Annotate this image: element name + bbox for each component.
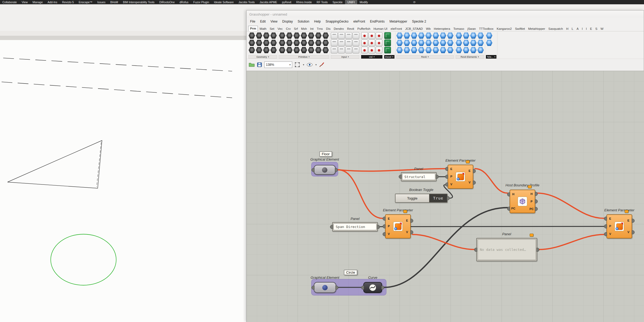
input-port[interactable]: P: [607, 225, 613, 228]
component-icon[interactable]: [368, 47, 375, 53]
component-tab[interactable]: I: [580, 26, 584, 31]
component-tab[interactable]: Heteroptera: [432, 26, 452, 31]
warning-badge-icon[interactable]: [403, 210, 407, 213]
component-icon[interactable]: [315, 47, 322, 53]
menu-item[interactable]: Edit: [258, 19, 268, 24]
save-file-icon[interactable]: [257, 62, 262, 67]
wire-floor-to-ep2[interactable]: [338, 170, 383, 218]
component-icon[interactable]: [353, 32, 359, 39]
warning-badge-icon[interactable]: [530, 234, 533, 237]
ribbon-tab[interactable]: Add-Ins: [45, 0, 60, 4]
output-port[interactable]: E: [625, 219, 632, 222]
ribbon-tab[interactable]: RF Tools: [314, 0, 330, 4]
component-icon[interactable]: [361, 39, 368, 46]
component-icon[interactable]: [433, 32, 439, 39]
component-tab[interactable]: TTToolbox: [477, 26, 495, 31]
component-icon[interactable]: [338, 39, 345, 46]
component-icon[interactable]: [477, 32, 484, 39]
toolbar-group-label[interactable]: Revit ▾: [396, 55, 454, 59]
ribbon-tab[interactable]: dRofus: [177, 0, 191, 4]
component-icon[interactable]: [411, 39, 418, 46]
component-icon[interactable]: [425, 32, 432, 39]
ribbon-tab[interactable]: Fuzor Plugin: [191, 0, 211, 4]
ribbon-tab[interactable]: Enscape™: [76, 0, 95, 4]
component-icon[interactable]: [345, 32, 352, 39]
component-icon[interactable]: [447, 39, 454, 46]
green-circle-curve[interactable]: [51, 234, 116, 285]
component-icon[interactable]: [396, 32, 403, 39]
wire-hbp-to-ep3[interactable]: [537, 193, 604, 218]
component-icon[interactable]: [248, 39, 255, 46]
menu-item[interactable]: EndPoints: [368, 19, 387, 24]
component-icon[interactable]: [270, 47, 277, 53]
component-icon[interactable]: [286, 32, 293, 39]
component-icon[interactable]: [470, 47, 477, 53]
toolbar-group-label[interactable]: Tele... ▾: [486, 55, 497, 59]
menu-item[interactable]: SnappingGecko: [323, 19, 351, 24]
component-icon[interactable]: [418, 32, 425, 39]
selection-mode-icon[interactable]: [295, 62, 300, 67]
menu-item[interactable]: MetaHopper: [387, 19, 409, 24]
element-parameter-component[interactable]: EPV EV: [448, 165, 473, 189]
component-icon[interactable]: [256, 39, 262, 46]
component-icon[interactable]: [477, 39, 484, 46]
component-tab[interactable]: Set: [268, 26, 276, 31]
component-icon[interactable]: [384, 32, 391, 39]
component-tab[interactable]: L: [570, 26, 575, 31]
component-icon[interactable]: [404, 47, 410, 53]
ribbon-tab[interactable]: DiRootsOne: [157, 0, 177, 4]
ribbon-tab[interactable]: View: [19, 0, 30, 4]
component-icon[interactable]: [322, 32, 329, 39]
component-icon[interactable]: [463, 32, 470, 39]
component-tab[interactable]: Int: [309, 26, 315, 31]
component-tab[interactable]: Swiftlet: [513, 26, 526, 31]
component-tab[interactable]: Dendro: [332, 26, 346, 31]
component-tab[interactable]: W: [599, 26, 605, 31]
component-icon[interactable]: [447, 32, 454, 39]
boolean-toggle-component[interactable]: Toggle True: [395, 194, 448, 203]
input-port[interactable]: P: [448, 175, 455, 178]
component-icon[interactable]: [331, 39, 338, 46]
component-icon[interactable]: [376, 39, 382, 46]
panel-text[interactable]: Span Direction: [334, 223, 376, 230]
component-icon[interactable]: [338, 47, 345, 53]
chevron-down-icon[interactable]: ▾: [303, 63, 304, 66]
component-icon[interactable]: [361, 32, 368, 39]
ribbon-tab[interactable]: Manage: [30, 0, 45, 4]
component-icon[interactable]: [425, 47, 432, 53]
menu-item[interactable]: Display: [280, 19, 295, 24]
input-port[interactable]: P: [386, 225, 392, 228]
grasshopper-canvas[interactable]: Graphical Element Floor Element Paramete…: [247, 71, 644, 322]
component-icon[interactable]: [301, 32, 307, 39]
component-icon[interactable]: [345, 47, 352, 53]
input-port[interactable]: E: [607, 217, 613, 220]
component-icon[interactable]: [384, 47, 391, 53]
ribbon-tab[interactable]: Issues: [95, 0, 108, 4]
component-icon[interactable]: [286, 39, 293, 46]
input-port[interactable]: V: [607, 232, 613, 236]
component-icon[interactable]: [456, 32, 462, 39]
input-port[interactable]: PC: [510, 207, 517, 210]
host-boundary-profile-component[interactable]: HPC HPPC: [510, 190, 535, 213]
panel-structural-component[interactable]: Structural: [401, 172, 437, 181]
ribbon-tab[interactable]: Speckle: [330, 0, 345, 4]
component-icon[interactable]: [322, 39, 329, 46]
input-port[interactable]: V: [448, 183, 455, 186]
menu-item[interactable]: Solution: [295, 19, 312, 24]
component-icon[interactable]: [368, 39, 375, 46]
component-icon[interactable]: [301, 47, 307, 53]
component-icon[interactable]: [256, 32, 262, 39]
ribbon-tab[interactable]: UNIFI: [345, 0, 357, 4]
component-icon[interactable]: [477, 47, 484, 53]
output-port[interactable]: H: [528, 192, 535, 196]
component-icon[interactable]: [440, 47, 447, 53]
toolbar-group-label[interactable]: Excel ▾: [384, 55, 394, 59]
component-icon[interactable]: [293, 39, 300, 46]
component-icon[interactable]: [338, 32, 345, 39]
ribbon-tab[interactable]: Rhino.Inside: [294, 0, 314, 4]
ribbon-tab[interactable]: Ideate Software: [211, 0, 236, 4]
component-icon[interactable]: [425, 39, 432, 46]
component-tab[interactable]: JCB_STAAD: [404, 26, 425, 31]
input-port[interactable]: E: [448, 167, 455, 171]
component-icon[interactable]: [433, 39, 439, 46]
